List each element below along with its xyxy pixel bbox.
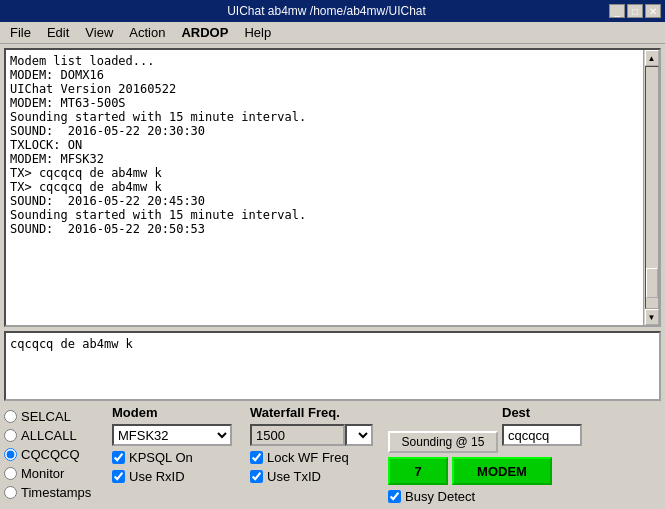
userxid-checkbox-row[interactable]: Use RxID (112, 469, 242, 484)
lockwf-checkbox[interactable] (250, 451, 263, 464)
waterfall-label: Waterfall Freq. (250, 405, 380, 420)
userxid-label: Use RxID (129, 469, 185, 484)
scrollbar-thumb[interactable] (646, 268, 658, 298)
kpsql-checkbox-row[interactable]: KPSQL On (112, 450, 242, 465)
log-text[interactable]: Modem list loaded... MODEM: DOMX16 UICha… (6, 50, 643, 325)
waterfall-section: Waterfall Freq. Lock WF Freq Use TxID (250, 405, 380, 484)
busy-detect-label: Busy Detect (405, 489, 475, 504)
radio-monitor-input[interactable] (4, 467, 17, 480)
usetxid-checkbox[interactable] (250, 470, 263, 483)
dest-label-col: Sounding @ 15 (388, 405, 498, 453)
kpsql-label: KPSQL On (129, 450, 193, 465)
minimize-button[interactable]: _ (609, 4, 625, 18)
radio-timestamps-input[interactable] (4, 486, 17, 499)
radio-selcal-input[interactable] (4, 410, 17, 423)
radio-selcal-label: SELCAL (21, 409, 71, 424)
lockwf-checkbox-row[interactable]: Lock WF Freq (250, 450, 380, 465)
menu-action[interactable]: Action (121, 23, 173, 42)
radio-timestamps[interactable]: Timestamps (4, 485, 104, 500)
waterfall-freq-input[interactable] (250, 424, 345, 446)
log-scrollbar: ▲ ▼ (643, 50, 659, 325)
maximize-button[interactable]: □ (627, 4, 643, 18)
radio-cqcqcq-label: CQCQCQ (21, 447, 80, 462)
modem-action-button[interactable]: MODEM (452, 457, 552, 485)
radio-allcall-label: ALLCALL (21, 428, 77, 443)
modem-section: Modem MFSK32 DOMX16 MT63-500S KPSQL On U… (112, 405, 242, 484)
menu-file[interactable]: File (2, 23, 39, 42)
menu-view[interactable]: View (77, 23, 121, 42)
action-row: 7 MODEM (388, 457, 661, 485)
radio-allcall-input[interactable] (4, 429, 17, 442)
main-content: Modem list loaded... MODEM: DOMX16 UICha… (0, 44, 665, 509)
dest-col: Dest (502, 405, 582, 446)
modem-select[interactable]: MFSK32 DOMX16 MT63-500S (112, 424, 232, 446)
usetxid-checkbox-row[interactable]: Use TxID (250, 469, 380, 484)
menu-edit[interactable]: Edit (39, 23, 77, 42)
log-area: Modem list loaded... MODEM: DOMX16 UICha… (4, 48, 661, 327)
radio-section: SELCAL ALLCALL CQCQCQ Monitor Timestamps (4, 405, 104, 500)
radio-timestamps-label: Timestamps (21, 485, 91, 500)
close-button[interactable]: ✕ (645, 4, 661, 18)
dest-input[interactable] (502, 424, 582, 446)
radio-selcal[interactable]: SELCAL (4, 409, 104, 424)
right-section: Sounding @ 15 Dest 7 MODEM Busy Detect (388, 405, 661, 504)
scroll-down-button[interactable]: ▼ (645, 309, 659, 325)
scroll-up-button[interactable]: ▲ (645, 50, 659, 66)
radio-cqcqcq-input[interactable] (4, 448, 17, 461)
userxid-checkbox[interactable] (112, 470, 125, 483)
waterfall-freq-select[interactable] (345, 424, 373, 446)
title-bar-controls: _ □ ✕ (609, 4, 661, 18)
kpsql-checkbox[interactable] (112, 451, 125, 464)
dest-header: Dest (502, 405, 582, 420)
dest-row: Sounding @ 15 Dest (388, 405, 661, 453)
busy-detect-checkbox[interactable] (388, 490, 401, 503)
title-bar: UIChat ab4mw /home/ab4mw/UIChat _ □ ✕ (0, 0, 665, 22)
busy-row: Busy Detect (388, 489, 661, 504)
radio-monitor-label: Monitor (21, 466, 64, 481)
modem-label: Modem (112, 405, 242, 420)
bottom-controls: SELCAL ALLCALL CQCQCQ Monitor Timestamps… (4, 405, 661, 505)
menu-help[interactable]: Help (236, 23, 279, 42)
input-area[interactable]: cqcqcq de ab4mw k (4, 331, 661, 401)
scrollbar-track[interactable] (645, 66, 659, 309)
lockwf-label: Lock WF Freq (267, 450, 349, 465)
menu-bar: File Edit View Action ARDOP Help (0, 22, 665, 44)
radio-allcall[interactable]: ALLCALL (4, 428, 104, 443)
radio-monitor[interactable]: Monitor (4, 466, 104, 481)
title-bar-text: UIChat ab4mw /home/ab4mw/UIChat (44, 4, 609, 18)
usetxid-label: Use TxID (267, 469, 321, 484)
menu-ardop[interactable]: ARDOP (173, 23, 236, 42)
num-button[interactable]: 7 (388, 457, 448, 485)
radio-cqcqcq[interactable]: CQCQCQ (4, 447, 104, 462)
sounding-button[interactable]: Sounding @ 15 (388, 431, 498, 453)
